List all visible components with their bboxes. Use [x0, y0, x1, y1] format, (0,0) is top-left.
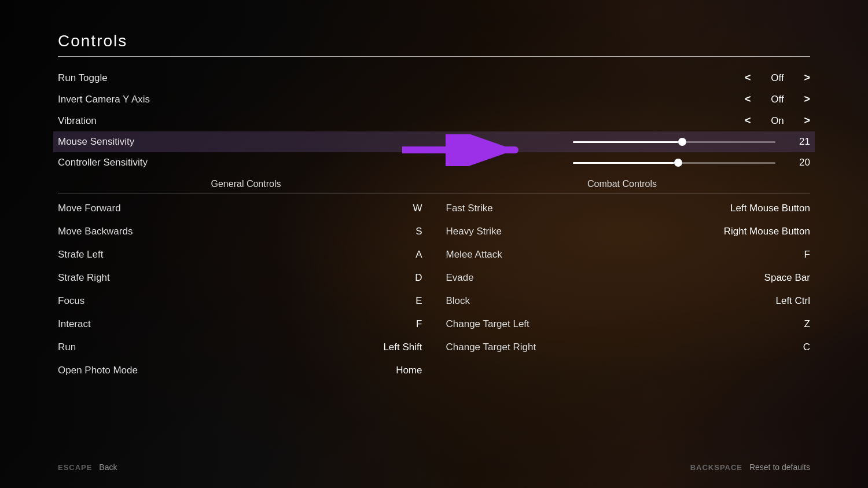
run-toggle-label: Run Toggle — [58, 72, 185, 84]
controller-sensitivity-fill — [573, 162, 674, 164]
controller-sensitivity-thumb[interactable] — [674, 159, 682, 167]
heavy-strike-key: Right Mouse Button — [723, 226, 810, 237]
strafe-left-label: Strafe Left — [58, 249, 336, 260]
strafe-left-key: A — [336, 249, 422, 260]
settings-section: Run Toggle < Off > Invert Camera Y Axis … — [58, 67, 810, 173]
combat-controls-header: Combat Controls — [434, 179, 810, 193]
vibration-label: Vibration — [58, 115, 185, 127]
run-toggle-value: Off — [760, 72, 795, 84]
mouse-sensitivity-label: Mouse Sensitivity — [58, 136, 185, 148]
list-item: Change Target Left Z — [446, 313, 811, 336]
melee-attack-label: Melee Attack — [446, 249, 724, 260]
move-backwards-key: S — [336, 226, 422, 237]
list-item: Strafe Left A — [58, 243, 422, 266]
list-item: Evade Space Bar — [446, 266, 811, 289]
change-target-left-key: Z — [723, 318, 810, 330]
move-forward-key: W — [336, 203, 422, 214]
invert-camera-label: Invert Camera Y Axis — [58, 94, 185, 105]
evade-key: Space Bar — [723, 272, 810, 284]
controller-sensitivity-track[interactable] — [573, 162, 775, 164]
list-item: Strafe Right D — [58, 266, 422, 289]
evade-label: Evade — [446, 272, 724, 284]
list-item: Melee Attack F — [446, 243, 811, 266]
controller-sensitivity-value: 20 — [787, 157, 810, 168]
strafe-right-key: D — [336, 272, 422, 284]
title-divider — [58, 56, 810, 57]
move-backwards-label: Move Backwards — [58, 226, 336, 237]
fast-strike-key: Left Mouse Button — [723, 203, 810, 214]
heavy-strike-label: Heavy Strike — [446, 226, 724, 237]
controller-sensitivity-label: Controller Sensitivity — [58, 157, 185, 168]
list-item: Block Left Ctrl — [446, 289, 811, 313]
list-item: Change Target Right C — [446, 336, 811, 359]
change-target-right-key: C — [723, 342, 810, 353]
run-toggle-left[interactable]: < — [745, 72, 751, 84]
run-toggle-right[interactable]: > — [804, 72, 810, 84]
controller-sensitivity-row: Controller Sensitivity 20 — [58, 152, 810, 173]
mouse-sensitivity-value: 21 — [787, 136, 810, 148]
run-key: Left Shift — [336, 342, 422, 353]
list-item: Move Backwards S — [58, 220, 422, 243]
strafe-right-label: Strafe Right — [58, 272, 336, 284]
list-item: Fast Strike Left Mouse Button — [446, 197, 811, 220]
general-controls-list: Move Forward W Move Backwards S Strafe L… — [58, 197, 434, 382]
focus-key: E — [336, 295, 422, 307]
invert-camera-control[interactable]: < Off > — [745, 93, 810, 105]
block-label: Block — [446, 295, 724, 307]
focus-label: Focus — [58, 295, 336, 307]
block-key: Left Ctrl — [723, 295, 810, 307]
invert-camera-right[interactable]: > — [804, 93, 810, 105]
controls-body: Move Forward W Move Backwards S Strafe L… — [58, 197, 810, 382]
interact-label: Interact — [58, 318, 336, 330]
list-item: Move Forward W — [58, 197, 422, 220]
run-toggle-control[interactable]: < Off > — [745, 72, 810, 84]
list-item: Open Photo Mode Home — [58, 359, 422, 382]
fast-strike-label: Fast Strike — [446, 203, 724, 214]
controls-section: General Controls Combat Controls Move Fo… — [58, 179, 810, 382]
interact-key: F — [336, 318, 422, 330]
melee-attack-key: F — [723, 249, 810, 260]
change-target-left-label: Change Target Left — [446, 318, 724, 330]
mouse-sensitivity-thumb[interactable] — [678, 138, 686, 146]
invert-camera-value: Off — [760, 94, 795, 105]
vibration-right[interactable]: > — [804, 115, 810, 127]
mouse-sensitivity-fill — [573, 141, 678, 143]
main-content: Controls Run Toggle < Off > Invert Camer… — [0, 0, 868, 488]
controls-headers: General Controls Combat Controls — [58, 179, 810, 193]
vibration-row: Vibration < On > — [58, 110, 810, 131]
invert-camera-left[interactable]: < — [745, 93, 751, 105]
run-label: Run — [58, 342, 336, 353]
move-forward-label: Move Forward — [58, 203, 336, 214]
mouse-sensitivity-track[interactable] — [573, 141, 775, 143]
open-photo-mode-label: Open Photo Mode — [58, 365, 336, 376]
open-photo-mode-key: Home — [336, 365, 422, 376]
change-target-right-label: Change Target Right — [446, 342, 724, 353]
vibration-value: On — [760, 115, 795, 127]
mouse-sensitivity-row: Mouse Sensitivity 21 — [53, 131, 815, 152]
list-item: Run Left Shift — [58, 336, 422, 359]
list-item: Interact F — [58, 313, 422, 336]
run-toggle-row: Run Toggle < Off > — [58, 67, 810, 89]
list-item: Focus E — [58, 289, 422, 313]
vibration-control[interactable]: < On > — [745, 115, 810, 127]
invert-camera-row: Invert Camera Y Axis < Off > — [58, 89, 810, 110]
list-item: Heavy Strike Right Mouse Button — [446, 220, 811, 243]
mouse-sensitivity-control[interactable]: 21 — [573, 136, 810, 148]
page-title: Controls — [58, 32, 810, 50]
vibration-left[interactable]: < — [745, 115, 751, 127]
general-controls-header: General Controls — [58, 179, 434, 193]
combat-controls-list: Fast Strike Left Mouse Button Heavy Stri… — [434, 197, 811, 382]
controller-sensitivity-control[interactable]: 20 — [573, 157, 810, 168]
